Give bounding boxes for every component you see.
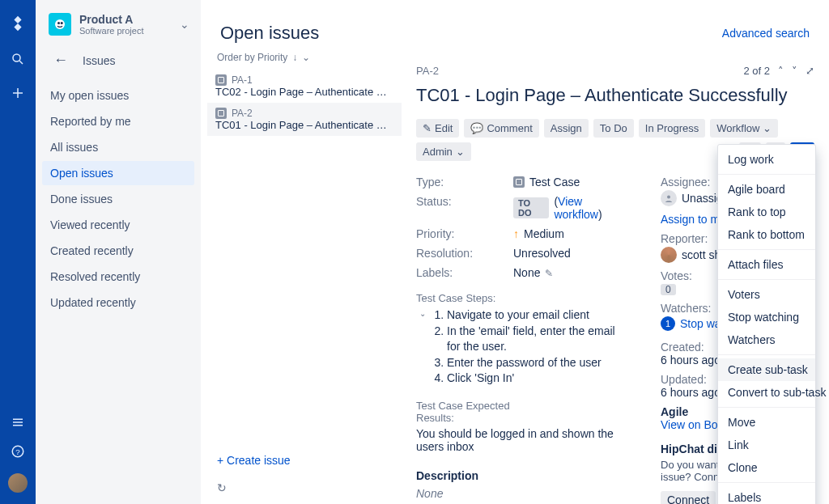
issue-list-panel: Order by Priority ↓ ⌄ PA-1TC02 - Login P…: [201, 52, 402, 504]
filter-item[interactable]: Resolved recently: [42, 265, 194, 289]
filter-item[interactable]: All issues: [42, 135, 194, 159]
labels-label: Labels:: [416, 266, 513, 279]
project-sidebar: Product A Software project ⌄ ← Issues My…: [36, 0, 201, 504]
status-value: TO DO: [513, 197, 549, 218]
comment-icon: 💬: [470, 122, 483, 134]
step-item: Click 'Sign In': [447, 371, 628, 387]
global-nav: ?: [0, 0, 36, 504]
filter-item[interactable]: Open issues: [42, 161, 194, 185]
type-value: Test Case: [529, 176, 580, 188]
menu-item[interactable]: Convert to sub-task: [718, 381, 815, 404]
menu-item[interactable]: Clone: [718, 456, 815, 479]
jira-logo-icon[interactable]: [9, 15, 27, 32]
step-item: Navigate to your email client: [447, 307, 628, 324]
step-item: In the 'email' field, enter the email fo…: [447, 324, 628, 355]
menu-item[interactable]: Voters: [718, 283, 815, 306]
back-label: Issues: [83, 54, 115, 67]
svg-point-5: [61, 22, 63, 24]
user-avatar-icon[interactable]: [8, 473, 28, 493]
menu-item[interactable]: Log work: [718, 148, 815, 171]
menu-icon[interactable]: [11, 415, 25, 430]
back-to-issues[interactable]: ← Issues: [42, 47, 201, 77]
description-body: None: [416, 487, 628, 500]
page-title: Open issues: [220, 23, 319, 44]
assign-button[interactable]: Assign: [544, 119, 589, 138]
comment-button[interactable]: 💬Comment: [464, 119, 538, 138]
resolution-label: Resolution:: [416, 247, 513, 260]
type-label: Type:: [416, 176, 513, 188]
menu-item[interactable]: Stop watching: [718, 306, 815, 328]
edit-button[interactable]: ✎Edit: [416, 119, 459, 138]
menu-item[interactable]: Agile board: [718, 178, 815, 201]
priority-label: Priority:: [416, 227, 513, 240]
menu-item[interactable]: Attach files: [718, 253, 815, 276]
svg-point-3: [55, 19, 65, 29]
order-by-control[interactable]: Order by Priority ↓ ⌄: [207, 52, 402, 70]
admin-button[interactable]: Admin ⌄: [416, 142, 471, 161]
chevron-down-icon: ⌄: [763, 122, 772, 134]
project-logo-icon: [49, 13, 71, 36]
svg-point-6: [667, 196, 670, 199]
search-icon[interactable]: [11, 52, 25, 66]
view-workflow-link[interactable]: View workflow: [554, 195, 597, 221]
chevron-down-icon[interactable]: ⌄: [180, 18, 189, 31]
collapse-icon[interactable]: ⌄: [419, 308, 426, 320]
order-by-label: Order by Priority: [217, 52, 287, 63]
todo-button[interactable]: To Do: [593, 119, 634, 138]
menu-item[interactable]: Create sub-task: [718, 358, 815, 381]
votes-value: 0: [661, 284, 676, 295]
expected-value: You should be logged in and shown the us…: [416, 427, 628, 453]
filter-item[interactable]: Created recently: [42, 239, 194, 263]
filter-item[interactable]: Reported by me: [42, 109, 194, 133]
svg-point-4: [57, 22, 60, 24]
filter-item[interactable]: Viewed recently: [42, 213, 194, 237]
more-actions-menu: Log workAgile boardRank to topRank to bo…: [717, 144, 816, 504]
description-header: Description: [416, 469, 628, 482]
create-icon[interactable]: [11, 86, 25, 100]
advanced-search-link[interactable]: Advanced search: [722, 27, 810, 40]
page-heading-bar: Open issues Advanced search: [201, 0, 829, 52]
edit-labels-icon[interactable]: [545, 266, 553, 279]
menu-item[interactable]: Labels: [718, 486, 815, 504]
menu-item[interactable]: Watchers: [718, 328, 815, 351]
filter-item[interactable]: Done issues: [42, 187, 194, 211]
reporter-value: scott sh: [682, 248, 721, 261]
issue-position: 2 of 2: [743, 65, 770, 77]
create-issue-button[interactable]: + Create issue: [207, 446, 300, 475]
menu-item[interactable]: Rank to bottom: [718, 223, 815, 246]
menu-item[interactable]: Move: [718, 411, 815, 434]
workflow-button[interactable]: Workflow ⌄: [710, 119, 778, 138]
assign-to-me-link[interactable]: Assign to me: [661, 213, 726, 226]
filter-item[interactable]: My open issues: [42, 83, 194, 108]
issue-card[interactable]: PA-1TC02 - Login Page – Authenticate Un-…: [207, 70, 402, 103]
issue-key[interactable]: PA-2: [416, 65, 439, 77]
menu-item[interactable]: Rank to top: [718, 201, 815, 223]
chevron-up-icon[interactable]: ˄: [778, 65, 784, 77]
testcase-icon: [215, 74, 227, 86]
help-icon[interactable]: ?: [11, 444, 25, 459]
expected-header: Test Case Expected Results:: [416, 400, 521, 424]
project-type: Software project: [79, 26, 143, 36]
project-name: Product A: [79, 13, 143, 26]
svg-text:?: ?: [15, 447, 20, 456]
hipchat-connect-button[interactable]: Connect: [661, 491, 716, 504]
project-header[interactable]: Product A Software project ⌄: [42, 13, 201, 47]
chevron-down-icon: ⌄: [302, 52, 310, 63]
pencil-icon: ✎: [423, 122, 432, 134]
unassigned-avatar-icon: [661, 190, 677, 206]
testcase-icon: [513, 176, 525, 188]
watchers-count: 1: [661, 316, 675, 331]
priority-value: Medium: [524, 227, 564, 240]
chevron-down-icon[interactable]: ˅: [792, 65, 797, 77]
inprogress-button[interactable]: In Progress: [639, 119, 705, 138]
priority-medium-icon: ↑: [513, 227, 519, 240]
arrow-down-icon: ↓: [292, 52, 297, 63]
filter-list: My open issuesReported by meAll issuesOp…: [42, 77, 201, 315]
menu-item[interactable]: Link: [718, 434, 815, 456]
refresh-icon[interactable]: ↻: [207, 478, 236, 498]
issue-card[interactable]: PA-2TC01 - Login Page – Authenticate Suc…: [207, 103, 402, 136]
filter-item[interactable]: Updated recently: [42, 290, 194, 315]
chevron-down-icon: ⌄: [456, 146, 465, 158]
expand-icon[interactable]: ⤢: [806, 65, 814, 77]
steps-list: ⌄Navigate to your email clientIn the 'em…: [416, 307, 628, 387]
